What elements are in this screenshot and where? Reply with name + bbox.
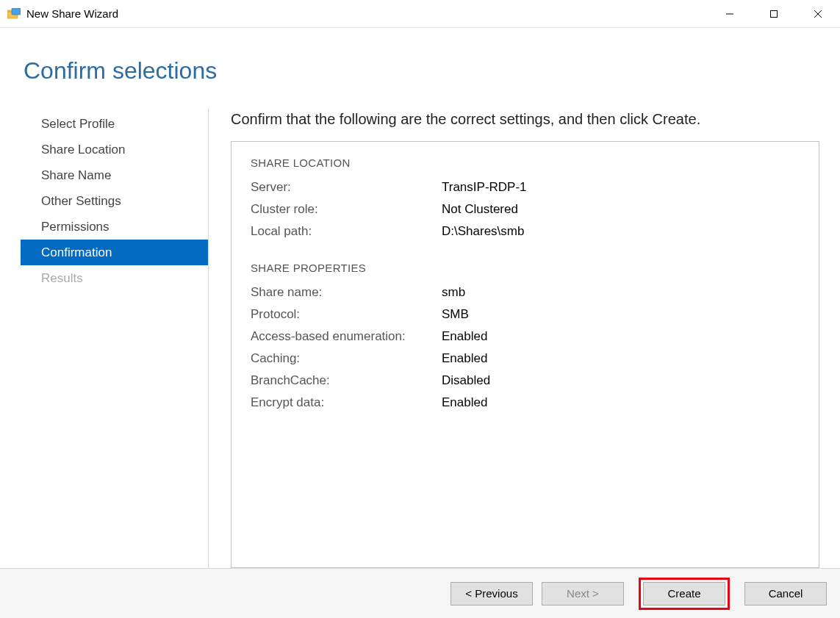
main-panel: Confirm that the following are the corre… bbox=[209, 108, 819, 568]
value-abe: Enabled bbox=[442, 326, 487, 348]
value-cluster-role: Not Clustered bbox=[442, 198, 518, 220]
value-local-path: D:\Shares\smb bbox=[442, 220, 524, 242]
columns: Select Profile Share Location Share Name… bbox=[21, 108, 819, 568]
maximize-button[interactable] bbox=[752, 0, 796, 27]
label-local-path: Local path: bbox=[251, 220, 442, 242]
label-protocol: Protocol: bbox=[251, 303, 442, 326]
next-button: Next > bbox=[542, 582, 624, 606]
minimize-button[interactable] bbox=[708, 0, 752, 27]
section-title-share-properties: SHARE PROPERTIES bbox=[251, 262, 800, 274]
row-branchcache: BranchCache: Disabled bbox=[251, 370, 800, 392]
sidebar-item-confirmation[interactable]: Confirmation bbox=[21, 240, 208, 265]
sidebar-item-select-profile[interactable]: Select Profile bbox=[28, 111, 208, 137]
section-title-share-location: SHARE LOCATION bbox=[251, 157, 800, 169]
nav-button-group: < Previous Next > bbox=[450, 582, 624, 606]
wizard-steps-sidebar: Select Profile Share Location Share Name… bbox=[21, 108, 209, 568]
sidebar-item-other-settings[interactable]: Other Settings bbox=[28, 188, 208, 214]
create-button[interactable]: Create bbox=[643, 582, 725, 606]
value-server: TransIP-RDP-1 bbox=[442, 176, 527, 198]
app-icon bbox=[7, 8, 21, 21]
sidebar-item-share-name[interactable]: Share Name bbox=[28, 162, 208, 188]
label-cluster-role: Cluster role: bbox=[251, 198, 442, 220]
row-caching: Caching: Enabled bbox=[251, 348, 800, 370]
window-controls bbox=[708, 0, 840, 27]
row-server: Server: TransIP-RDP-1 bbox=[251, 176, 800, 198]
title-bar: New Share Wizard bbox=[0, 0, 840, 28]
previous-button[interactable]: < Previous bbox=[450, 582, 533, 606]
label-encrypt: Encrypt data: bbox=[251, 392, 442, 414]
value-branchcache: Disabled bbox=[442, 370, 490, 392]
cancel-button[interactable]: Cancel bbox=[744, 582, 827, 606]
row-protocol: Protocol: SMB bbox=[251, 303, 800, 326]
row-local-path: Local path: D:\Shares\smb bbox=[251, 220, 800, 242]
sidebar-item-permissions[interactable]: Permissions bbox=[28, 214, 208, 240]
footer-button-bar: < Previous Next > Create Cancel bbox=[0, 568, 840, 618]
close-button[interactable] bbox=[796, 0, 840, 27]
confirmation-details-box: SHARE LOCATION Server: TransIP-RDP-1 Clu… bbox=[231, 141, 819, 568]
create-button-highlight: Create bbox=[639, 578, 730, 610]
window-title: New Share Wizard bbox=[26, 7, 118, 20]
svg-rect-4 bbox=[771, 10, 778, 17]
row-share-name: Share name: smb bbox=[251, 281, 800, 303]
row-encrypt: Encrypt data: Enabled bbox=[251, 392, 800, 414]
label-server: Server: bbox=[251, 176, 442, 198]
value-protocol: SMB bbox=[442, 303, 469, 326]
label-caching: Caching: bbox=[251, 348, 442, 370]
content-area: Confirm selections Select Profile Share … bbox=[0, 28, 840, 568]
value-caching: Enabled bbox=[442, 348, 487, 370]
row-cluster-role: Cluster role: Not Clustered bbox=[251, 198, 800, 220]
row-abe: Access-based enumeration: Enabled bbox=[251, 326, 800, 348]
sidebar-item-share-location[interactable]: Share Location bbox=[28, 137, 208, 162]
value-share-name: smb bbox=[442, 281, 465, 303]
label-share-name: Share name: bbox=[251, 281, 442, 303]
label-abe: Access-based enumeration: bbox=[251, 326, 442, 348]
svg-rect-2 bbox=[12, 8, 21, 15]
label-branchcache: BranchCache: bbox=[251, 370, 442, 392]
sidebar-item-results: Results bbox=[28, 265, 208, 291]
value-encrypt: Enabled bbox=[442, 392, 487, 414]
page-title: Confirm selections bbox=[24, 57, 819, 85]
instruction-text: Confirm that the following are the corre… bbox=[231, 111, 819, 128]
